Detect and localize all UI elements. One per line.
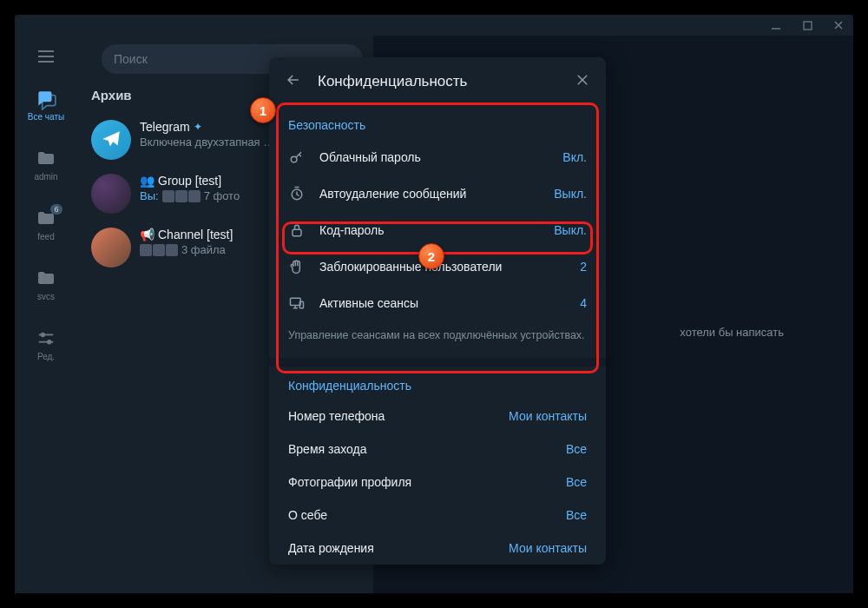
- avatar: [91, 228, 131, 268]
- row-label: О себе: [288, 508, 566, 522]
- nav-label: Ред.: [37, 352, 55, 361]
- annotation-marker-2: 2: [418, 243, 444, 269]
- nav-label: admin: [34, 172, 57, 182]
- avatar: [91, 174, 131, 214]
- close-button[interactable]: [831, 17, 846, 33]
- nav-all-chats[interactable]: Все чаты: [15, 83, 77, 127]
- timer-icon: [288, 185, 306, 202]
- badge: 6: [50, 204, 62, 215]
- nav-feed[interactable]: 6 feed: [15, 202, 77, 247]
- row-auto-delete[interactable]: Автоудаление сообщений Выкл.: [269, 175, 606, 212]
- settings-panel: Конфиденциальность Безопасность Облачный…: [269, 57, 606, 565]
- menu-icon[interactable]: [36, 50, 56, 67]
- nav-admin[interactable]: admin: [15, 142, 77, 187]
- devices-icon: [288, 294, 306, 312]
- folder-icon: [35, 148, 57, 170]
- row-value: Мои контакты: [509, 541, 587, 555]
- svg-rect-16: [291, 298, 301, 305]
- chat-suffix: 3 файла: [181, 243, 226, 256]
- thumbs: [162, 190, 201, 202]
- svg-point-13: [291, 156, 297, 162]
- avatar: [91, 120, 131, 160]
- verified-icon: ✦: [194, 121, 202, 133]
- chat-title: Telegram: [140, 120, 190, 134]
- row-label: Автоудаление сообщений: [319, 187, 540, 201]
- chat-title: Group [test]: [158, 174, 221, 188]
- titlebar: [15, 15, 853, 36]
- chat-suffix: 7 фото: [204, 189, 240, 202]
- key-icon: [288, 149, 306, 166]
- chat-title: Channel [test]: [158, 228, 233, 241]
- row-value: 2: [580, 260, 587, 274]
- minimize-button[interactable]: [768, 17, 784, 33]
- row-value: Вкл.: [562, 150, 587, 164]
- chat-sub: Включена двухэтапная …: [140, 135, 274, 149]
- separator: [269, 358, 606, 367]
- row-label: Время захода: [288, 442, 566, 456]
- lock-icon: [288, 221, 306, 239]
- row-label: Активные сеансы: [319, 296, 566, 310]
- row-value: Все: [566, 442, 587, 456]
- row-active-sessions[interactable]: Активные сеансы 4: [269, 285, 606, 321]
- row-value: Все: [566, 475, 587, 489]
- svg-rect-1: [804, 22, 812, 30]
- nav-svcs[interactable]: svcs: [15, 262, 77, 307]
- svg-point-10: [48, 340, 51, 344]
- thumbs: [140, 244, 178, 256]
- row-phone[interactable]: Номер телефонаМои контакты: [269, 400, 606, 433]
- row-cloud-password[interactable]: Облачный пароль Вкл.: [269, 139, 606, 175]
- nav-label: Все чаты: [28, 112, 64, 122]
- search-placeholder: Поиск: [114, 52, 148, 66]
- row-value: Мои контакты: [509, 409, 587, 423]
- hand-icon: [288, 258, 306, 275]
- chats-icon: [35, 88, 57, 110]
- section-privacy: Конфиденциальность: [269, 367, 606, 400]
- nav-label: svcs: [37, 292, 55, 301]
- svg-point-8: [42, 334, 45, 337]
- panel-title: Конфиденциальность: [318, 73, 559, 90]
- panel-close-button[interactable]: [575, 72, 590, 91]
- nav-label: feed: [37, 232, 54, 241]
- left-nav: Все чаты admin 6 feed svcs Ред.: [15, 36, 77, 593]
- row-passcode[interactable]: Код-пароль Выкл.: [269, 212, 606, 248]
- row-label: Облачный пароль: [319, 150, 549, 164]
- svg-rect-17: [299, 301, 303, 308]
- folder-icon: [35, 268, 57, 290]
- row-value: Выкл.: [554, 223, 587, 237]
- sliders-icon: [35, 327, 57, 350]
- maximize-button[interactable]: [799, 17, 815, 33]
- group-icon: 👥: [140, 174, 155, 188]
- channel-icon: 📢: [140, 228, 155, 241]
- row-label: Фотографии профиля: [288, 475, 566, 489]
- annotation-marker-1: 1: [250, 97, 276, 123]
- row-birthday[interactable]: Дата рожденияМои контакты: [269, 532, 606, 565]
- you-label: Вы:: [140, 189, 159, 202]
- row-value: Все: [566, 508, 587, 522]
- row-label: Номер телефона: [288, 409, 509, 423]
- row-value: 4: [580, 296, 587, 310]
- section-hint: Управление сеансами на всех подключённых…: [269, 321, 606, 358]
- row-label: Код-пароль: [319, 223, 540, 237]
- section-security: Безопасность: [269, 106, 606, 139]
- folder-icon: 6: [35, 208, 57, 230]
- row-value: Выкл.: [554, 187, 587, 201]
- row-bio[interactable]: О себеВсе: [269, 499, 606, 532]
- back-button[interactable]: [285, 71, 302, 92]
- row-label: Дата рождения: [288, 541, 509, 555]
- svg-rect-15: [293, 229, 301, 236]
- row-last-seen[interactable]: Время заходаВсе: [269, 433, 606, 466]
- nav-edit[interactable]: Ред.: [15, 322, 77, 367]
- empty-hint: хотели бы написать: [680, 326, 784, 339]
- row-profile-photos[interactable]: Фотографии профиляВсе: [269, 466, 606, 499]
